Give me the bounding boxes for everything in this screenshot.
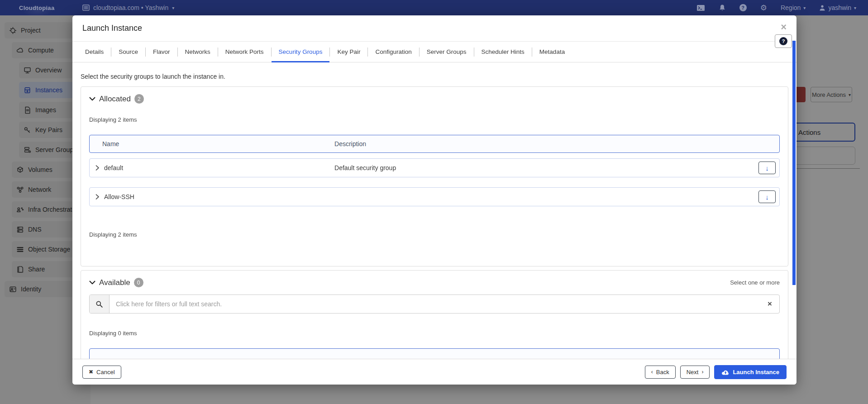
modal-header: Launch Instance ×: [72, 15, 796, 42]
column-header-description: Description: [334, 140, 366, 147]
allocated-displaying-count-bottom: Displaying 2 items: [89, 231, 780, 238]
modal-scrollbar-thumb[interactable]: [792, 41, 796, 285]
deallocate-button[interactable]: ↓: [758, 162, 776, 174]
close-icon[interactable]: ×: [781, 22, 787, 32]
launch-instance-modal: Launch Instance × Details Source Flavor …: [72, 15, 796, 385]
chevron-down-icon: ▾: [803, 5, 806, 10]
security-group-name: Allow-SSH: [104, 193, 134, 200]
collapse-chevron-icon[interactable]: [89, 280, 95, 285]
tab-scheduler-hints[interactable]: Scheduler Hints: [474, 42, 532, 62]
allocated-count-badge: 2: [134, 94, 144, 104]
security-groups-step: Select the security groups to launch the…: [72, 63, 796, 359]
available-table-header-clipped: [89, 348, 780, 359]
collapse-chevron-icon[interactable]: [89, 96, 95, 102]
available-header: Available 0 Select one or more: [89, 278, 780, 287]
help-icon: ?: [779, 37, 787, 45]
user-menu[interactable]: yashwin ▾: [819, 4, 856, 11]
back-label: Back: [656, 369, 669, 375]
next-label: Next: [687, 369, 699, 375]
next-button[interactable]: Next ›: [680, 366, 710, 379]
allocated-table-header: Name Description: [89, 135, 780, 153]
back-button[interactable]: ‹ Back: [645, 366, 676, 379]
list-icon: [82, 5, 90, 11]
chevron-down-icon: ▾: [172, 5, 174, 10]
region-label: Region: [781, 4, 801, 11]
username-label: yashwin: [828, 4, 851, 11]
brand-logo[interactable]: Cloudtopiaa: [0, 4, 68, 12]
allocated-row-allow-ssh: Allow-SSH ↓: [89, 187, 780, 206]
search-icon[interactable]: [90, 295, 110, 313]
cancel-button[interactable]: ✖ Cancel: [82, 366, 121, 379]
help-icon[interactable]: ?: [739, 4, 747, 11]
launch-label: Launch Instance: [733, 369, 779, 375]
brand-logo-text: Cloudtopiaa: [19, 5, 54, 11]
available-count-badge: 0: [134, 278, 143, 287]
launch-instance-button[interactable]: Launch Instance: [714, 365, 787, 379]
allocated-displaying-count: Displaying 2 items: [89, 116, 780, 123]
tab-key-pair[interactable]: Key Pair: [330, 42, 367, 62]
security-group-description: Default security group: [334, 164, 396, 171]
allocated-row-default: default Default security group ↓: [89, 158, 780, 177]
tab-source[interactable]: Source: [111, 42, 145, 62]
available-title: Available: [99, 278, 130, 287]
move-down-icon: ↓: [765, 194, 769, 200]
project-context-switcher[interactable]: cloudtopiaa.com • Yashwin ▾: [82, 4, 174, 11]
move-down-icon: ↓: [765, 165, 769, 171]
select-hint: Select one or more: [730, 279, 780, 286]
available-displaying-count: Displaying 0 items: [89, 330, 780, 337]
tab-network-ports[interactable]: Network Ports: [218, 42, 271, 62]
modal-title: Launch Instance: [82, 24, 142, 33]
tab-configuration[interactable]: Configuration: [368, 42, 419, 62]
expand-chevron-icon[interactable]: [95, 194, 100, 200]
allocated-panel: Allocated 2 Displaying 2 items Name Desc…: [81, 86, 788, 266]
available-panel: Available 0 Select one or more × Display…: [81, 270, 788, 359]
user-avatar-icon: [819, 5, 825, 11]
tab-server-groups[interactable]: Server Groups: [420, 42, 474, 62]
top-navbar: Cloudtopiaa cloudtopiaa.com • Yashwin ▾ …: [0, 0, 868, 15]
navbar-right-cluster: ? ⚙ Region ▾ yashwin ▾: [696, 4, 868, 12]
cancel-x-icon: ✖: [89, 369, 93, 375]
chevron-down-icon: ▾: [854, 5, 856, 10]
settings-gear-icon[interactable]: ⚙: [760, 4, 767, 12]
column-header-name: Name: [102, 140, 119, 147]
wizard-tabs: Details Source Flavor Networks Network P…: [72, 42, 796, 62]
cloud-upload-icon: [721, 369, 730, 375]
security-group-name: default: [104, 164, 123, 171]
filter-search-input[interactable]: [110, 295, 760, 313]
filter-search-bar: ×: [89, 295, 780, 314]
tab-flavor[interactable]: Flavor: [146, 42, 177, 62]
deallocate-button[interactable]: ↓: [758, 190, 776, 203]
context-label: cloudtopiaa.com • Yashwin: [93, 4, 168, 11]
wizard-help-button[interactable]: ?: [775, 34, 792, 48]
region-dropdown[interactable]: Region ▾: [781, 4, 806, 11]
tab-security-groups[interactable]: Security Groups: [272, 42, 330, 62]
next-chevron-icon: ›: [701, 369, 703, 375]
allocated-title: Allocated: [99, 95, 131, 104]
tab-metadata[interactable]: Metadata: [532, 42, 572, 62]
tab-networks[interactable]: Networks: [178, 42, 218, 62]
tab-details[interactable]: Details: [78, 42, 111, 62]
modal-footer: ✖ Cancel ‹ Back Next › Launch Instance: [72, 359, 796, 385]
allocated-header: Allocated 2: [89, 94, 780, 104]
expand-chevron-icon[interactable]: [95, 165, 100, 171]
terminal-icon[interactable]: [696, 5, 705, 11]
clear-search-icon[interactable]: ×: [760, 299, 779, 309]
back-chevron-icon: ‹: [651, 369, 653, 375]
cancel-label: Cancel: [96, 369, 114, 375]
notifications-bell-icon[interactable]: [719, 4, 726, 12]
step-instruction: Select the security groups to launch the…: [81, 73, 788, 80]
